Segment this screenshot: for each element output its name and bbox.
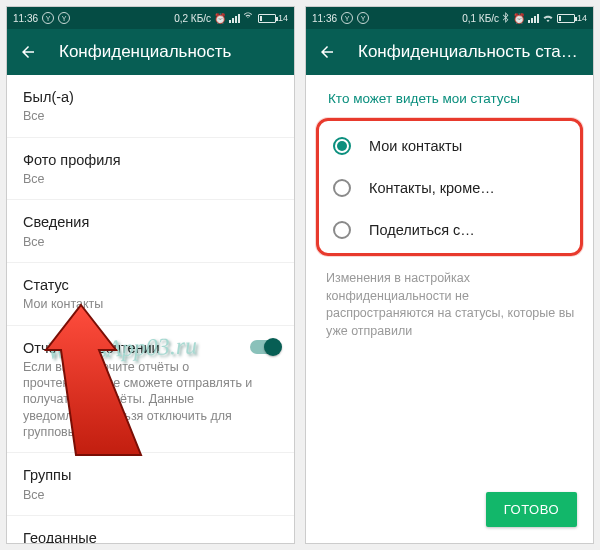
- row-sub: Все: [23, 171, 253, 187]
- row-about[interactable]: Сведения Все: [7, 200, 294, 263]
- row-title: Геоданные: [23, 530, 278, 543]
- wifi-icon: [542, 12, 554, 24]
- read-receipts-toggle[interactable]: [250, 340, 280, 354]
- row-status[interactable]: Статус Мои контакты: [7, 263, 294, 326]
- phone-left: 11:36 Y Y 0,2 КБ/с ⏰ 14 Конфиденциальнос…: [6, 6, 295, 544]
- radio-selected-icon: [333, 137, 351, 155]
- status-privacy-content: Кто может видеть мои статусы Мои контакт…: [306, 75, 593, 543]
- row-title: Фото профиля: [23, 152, 278, 169]
- row-title: Статус: [23, 277, 278, 294]
- status-icon-1: Y: [42, 12, 54, 24]
- alarm-icon: ⏰: [214, 13, 226, 24]
- status-bar: 11:36 Y Y 0,2 КБ/с ⏰ 14: [7, 7, 294, 29]
- battery-icon: 14: [557, 13, 587, 23]
- row-sub: Если вы отключите отчёты о прочтении, то…: [23, 359, 253, 440]
- page-title: Конфиденциальность: [59, 42, 231, 62]
- status-icon-2: Y: [58, 12, 70, 24]
- signal-icon: [229, 14, 240, 23]
- page-title: Конфиденциальность ста…: [358, 42, 578, 62]
- row-title: Отчёты о прочтении: [23, 340, 278, 357]
- alarm-icon: ⏰: [513, 13, 525, 24]
- highlight-box: Мои контакты Контакты, кроме… Поделиться…: [316, 118, 583, 256]
- row-sub: Мои контакты: [23, 296, 253, 312]
- status-bar: 11:36 Y Y 0,1 КБ/с ⏰ 14: [306, 7, 593, 29]
- status-net: 0,1 КБ/с: [462, 13, 499, 24]
- row-groups[interactable]: Группы Все: [7, 453, 294, 516]
- battery-icon: 14: [258, 13, 288, 23]
- status-net: 0,2 КБ/с: [174, 13, 211, 24]
- radio-my-contacts[interactable]: Мои контакты: [319, 125, 580, 167]
- bluetooth-icon: [502, 12, 510, 25]
- app-bar: Конфиденциальность ста…: [306, 29, 593, 75]
- row-last-seen[interactable]: Был(-а) Все: [7, 75, 294, 138]
- row-title: Был(-а): [23, 89, 278, 106]
- radio-label: Мои контакты: [369, 138, 462, 154]
- back-icon[interactable]: [318, 43, 336, 61]
- radio-unselected-icon: [333, 179, 351, 197]
- section-header: Кто может видеть мои статусы: [306, 75, 593, 112]
- row-profile-photo[interactable]: Фото профиля Все: [7, 138, 294, 201]
- radio-share-with[interactable]: Поделиться с…: [319, 209, 580, 251]
- settings-content: Был(-а) Все Фото профиля Все Сведения Вс…: [7, 75, 294, 543]
- radio-label: Поделиться с…: [369, 222, 475, 238]
- row-title: Группы: [23, 467, 278, 484]
- status-icon-1: Y: [341, 12, 353, 24]
- status-icon-2: Y: [357, 12, 369, 24]
- wifi-icon: [243, 12, 255, 24]
- switch-on-icon: [250, 340, 280, 354]
- done-button[interactable]: ГОТОВО: [486, 492, 577, 527]
- app-bar: Конфиденциальность: [7, 29, 294, 75]
- row-sub: Все: [23, 234, 253, 250]
- phone-right: 11:36 Y Y 0,1 КБ/с ⏰ 14 Конфиденциальнос…: [305, 6, 594, 544]
- radio-label: Контакты, кроме…: [369, 180, 495, 196]
- row-read-receipts[interactable]: Отчёты о прочтении Если вы отключите отч…: [7, 326, 294, 454]
- row-sub: Все: [23, 487, 253, 503]
- row-sub: Все: [23, 108, 253, 124]
- back-icon[interactable]: [19, 43, 37, 61]
- status-time: 11:36: [312, 13, 337, 24]
- radio-contacts-except[interactable]: Контакты, кроме…: [319, 167, 580, 209]
- info-note: Изменения в настройках конфиденциальност…: [306, 256, 593, 340]
- radio-unselected-icon: [333, 221, 351, 239]
- row-title: Сведения: [23, 214, 278, 231]
- signal-icon: [528, 14, 539, 23]
- row-geodata[interactable]: Геоданные Нет: [7, 516, 294, 543]
- status-time: 11:36: [13, 13, 38, 24]
